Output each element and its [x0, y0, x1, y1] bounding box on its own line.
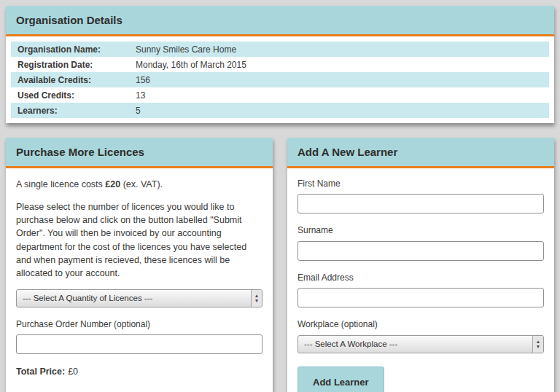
- add-learner-panel: Add A New Learner First Name Surname Ema…: [287, 138, 554, 392]
- page: Organisation Details Organisation Name: …: [0, 0, 560, 392]
- table-row: Organisation Name: Sunny Smiles Care Hom…: [11, 42, 549, 57]
- licence-price-text: A single licence costs £20 (ex. VAT).: [16, 178, 262, 191]
- quantity-select-wrap: --- Select A Quantity of Licences --- ▲▼: [16, 289, 262, 307]
- add-learner-button[interactable]: Add Learner: [298, 366, 384, 392]
- quantity-select[interactable]: --- Select A Quantity of Licences ---: [16, 289, 262, 307]
- row-label: Used Credits:: [11, 87, 129, 103]
- lower-columns: Purchase More Licences A single licence …: [6, 138, 554, 392]
- surname-label: Surname: [298, 224, 544, 237]
- licence-price-amount: £20: [105, 179, 120, 189]
- row-label: Registration Date:: [11, 57, 129, 72]
- table-row: Available Credits: 156: [11, 72, 549, 87]
- purchase-order-input[interactable]: [16, 334, 262, 354]
- organisation-details-table: Organisation Name: Sunny Smiles Care Hom…: [11, 42, 549, 118]
- total-price-label: Total Price:: [16, 366, 65, 377]
- row-value: 5: [129, 103, 549, 118]
- workplace-label: Workplace (optional): [298, 318, 544, 331]
- first-name-label: First Name: [298, 178, 544, 190]
- first-name-input[interactable]: [298, 194, 544, 213]
- purchase-instructions-text: Please select the number of licences you…: [16, 200, 262, 280]
- workplace-select[interactable]: --- Select A Workplace ---: [298, 335, 544, 353]
- email-input[interactable]: [298, 288, 544, 307]
- row-label: Available Credits:: [11, 72, 129, 87]
- row-value: Monday, 16th of March 2015: [129, 57, 549, 72]
- total-price-line: Total Price:£0: [16, 365, 262, 378]
- email-label: Email Address: [298, 272, 544, 284]
- organisation-details-panel: Organisation Details Organisation Name: …: [6, 6, 554, 123]
- table-row: Used Credits: 13: [11, 87, 549, 103]
- purchase-order-label: Purchase Order Number (optional): [16, 318, 262, 331]
- total-price-value: £0: [68, 366, 78, 377]
- row-label: Organisation Name:: [11, 42, 129, 57]
- purchase-licences-panel: Purchase More Licences A single licence …: [6, 138, 273, 392]
- organisation-details-title: Organisation Details: [6, 6, 554, 36]
- row-value: Sunny Smiles Care Home: [129, 42, 549, 57]
- row-value: 13: [129, 87, 549, 103]
- table-row: Registration Date: Monday, 16th of March…: [11, 57, 549, 72]
- purchase-licences-title: Purchase More Licences: [6, 138, 273, 168]
- row-value: 156: [129, 72, 549, 87]
- add-learner-body: First Name Surname Email Address Workpla…: [287, 168, 554, 392]
- purchase-licences-body: A single licence costs £20 (ex. VAT). Pl…: [6, 168, 273, 392]
- organisation-details-body: Organisation Name: Sunny Smiles Care Hom…: [6, 36, 554, 123]
- surname-input[interactable]: [298, 241, 544, 261]
- licence-price-prefix: A single licence costs: [16, 179, 105, 189]
- row-label: Learners:: [11, 103, 129, 118]
- add-learner-title: Add A New Learner: [287, 138, 554, 168]
- workplace-select-wrap: --- Select A Workplace --- ▲▼: [298, 335, 544, 353]
- licence-price-suffix: (ex. VAT).: [120, 179, 163, 189]
- table-row: Learners: 5: [11, 103, 549, 118]
